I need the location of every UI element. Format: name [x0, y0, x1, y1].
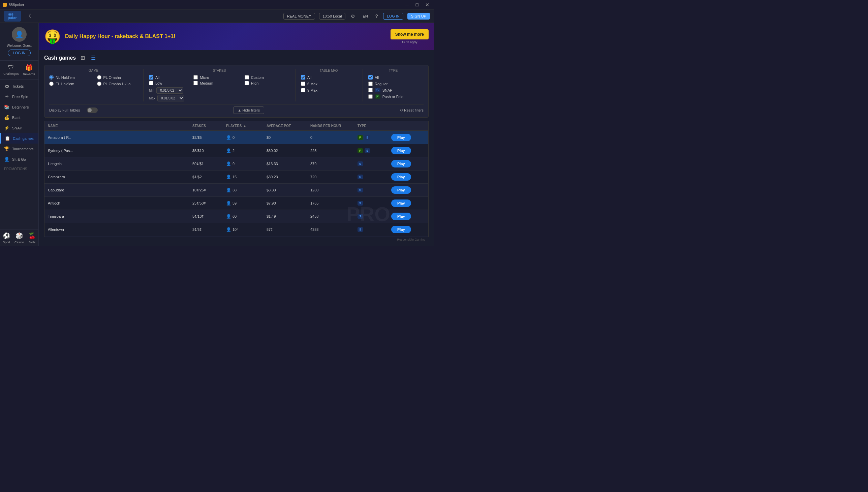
stakes-high[interactable]: High	[245, 81, 290, 85]
play-button[interactable]: Play	[391, 173, 411, 181]
cell-players: 👤 38	[226, 188, 267, 192]
cell-avg-pot: $60.02	[267, 149, 310, 153]
type-all[interactable]: All	[368, 75, 418, 79]
game-option-nl-holdem[interactable]: NL Hold'em	[49, 75, 90, 79]
login-button[interactable]: LOG IN	[383, 13, 403, 20]
snap-icon: ⚡	[4, 125, 9, 130]
sidebar-item-sitandgo[interactable]: 👤 Sit & Go	[0, 154, 39, 165]
grid-view-button[interactable]: ⊞	[79, 54, 86, 62]
tab-casino[interactable]: 🎲 Casino	[13, 229, 26, 246]
stakes-all[interactable]: All	[149, 75, 188, 79]
responsible-gaming-label: Responsible Gaming	[44, 237, 429, 242]
time-display[interactable]: 18:50 Local	[319, 13, 346, 20]
game-option-pl-omaha-hilo[interactable]: PL Omaha Hi/Lo	[97, 81, 138, 86]
show-more-button[interactable]: Show me more	[391, 29, 429, 40]
player-count: 0	[232, 136, 234, 140]
tab-sport[interactable]: ⚽ Sport	[0, 229, 13, 246]
stakes-min-select[interactable]: 0.01/0.02	[156, 87, 183, 94]
table-row[interactable]: Cabudare 10¢/25¢ 👤 38 $3.33 1280 S Play	[45, 184, 428, 197]
cell-type: PS	[357, 148, 391, 153]
top-navigation: 888poker 《 REAL MONEY 18:50 Local ⚙ EN ?…	[0, 9, 434, 23]
sidebar-item-snap[interactable]: ⚡ SNAP	[0, 123, 39, 133]
sidebar-item-blast[interactable]: 💰 Blast	[0, 112, 39, 123]
sidebar-label-tournaments: Tournaments	[12, 147, 34, 151]
promotions-section-label: Promotions	[0, 165, 39, 172]
game-filter-label: GAME	[49, 69, 138, 72]
rewards-icon-item[interactable]: 🎁 Rewards	[23, 64, 35, 76]
table-max-checkbox-group: All 6 Max 9 Max	[301, 75, 357, 92]
list-view-button[interactable]: ☰	[90, 54, 97, 62]
type-snap[interactable]: S SNAP	[368, 88, 418, 92]
sport-label: Sport	[3, 241, 10, 244]
tab-slots[interactable]: 🍒 Slots	[26, 229, 39, 246]
play-button[interactable]: Play	[391, 213, 411, 220]
display-full-toggle[interactable]	[87, 107, 98, 113]
play-button[interactable]: Play	[391, 134, 411, 141]
beginners-icon: 📚	[4, 104, 9, 109]
close-button[interactable]: ✕	[423, 1, 431, 8]
type-regular[interactable]: Regular	[368, 81, 418, 86]
hide-filters-button[interactable]: ▲ Hide filters	[233, 106, 264, 114]
sidebar-label-sitandgo: Sit & Go	[12, 157, 26, 162]
banner-title-highlight: rakeback & BLAST 1+1!	[115, 33, 176, 39]
tmax-all[interactable]: All	[301, 75, 357, 79]
sidebar-item-freespin[interactable]: ✳ Free Spin	[0, 91, 39, 102]
app-container: 888poker 《 REAL MONEY 18:50 Local ⚙ EN ?…	[0, 9, 434, 246]
player-count-icon: 👤	[226, 201, 231, 205]
play-button[interactable]: Play	[391, 186, 411, 194]
tmax-6max[interactable]: 6 Max	[301, 81, 357, 86]
sidebar-item-cashgames[interactable]: 📋 Cash games	[0, 133, 39, 144]
play-button[interactable]: Play	[391, 147, 411, 154]
cell-players: 👤 9	[226, 162, 267, 166]
type-push-or-fold[interactable]: P Push or Fold	[368, 94, 418, 99]
table-row[interactable]: Allentown 2¢/5¢ 👤 104 57¢ 4388 S Play	[45, 223, 428, 236]
table-row[interactable]: Hengelo 50¢/$1 👤 9 $13.33 379 S Play	[45, 157, 428, 171]
cell-stakes: 50¢/$1	[192, 162, 226, 166]
table-row[interactable]: Catanzaro $1/$2 👤 15 $39.23 720 S Play	[45, 171, 428, 184]
help-icon[interactable]: ?	[374, 12, 379, 20]
stakes-custom[interactable]: Custom	[245, 75, 290, 79]
table-row[interactable]: Amadora ( P... $2/$5 👤 0 $0 0 PS Play	[45, 131, 428, 144]
stakes-max-select[interactable]: 0.01/0.02	[157, 95, 184, 101]
sidebar-item-tickets[interactable]: 🎟 Tickets	[0, 81, 39, 91]
tmax-9max[interactable]: 9 Max	[301, 88, 357, 92]
filters-panel: GAME NL Hold'em PL Omaha	[44, 65, 429, 118]
game-option-fl-holdem[interactable]: FL Hold'em	[49, 81, 90, 86]
banner-character-icon: 🤑	[44, 29, 61, 45]
stakes-medium[interactable]: Medium	[193, 81, 239, 85]
sidebar-label-tickets: Tickets	[12, 84, 24, 88]
collapse-sidebar-button[interactable]: 《	[25, 12, 32, 21]
sidebar-item-tournaments[interactable]: 🏆 Tournaments	[0, 144, 39, 154]
signup-button[interactable]: SIGN UP	[407, 13, 430, 20]
minimize-button[interactable]: ─	[404, 1, 411, 8]
play-button[interactable]: Play	[391, 199, 411, 207]
th-players[interactable]: PLAYERS ▲	[226, 124, 267, 128]
settings-icon[interactable]: ⚙	[349, 12, 356, 20]
real-money-dropdown[interactable]: REAL MONEY	[283, 13, 315, 20]
welcome-text: Welcome, Guest	[7, 44, 32, 48]
play-button[interactable]: Play	[391, 226, 411, 233]
language-selector[interactable]: EN	[361, 13, 370, 20]
promo-banner: 🤑 Daily Happy Hour - rakeback & BLAST 1+…	[39, 23, 434, 50]
stakes-filter-label: STAKES	[149, 69, 290, 72]
th-stakes: STAKES	[192, 124, 226, 128]
cell-action: Play	[391, 173, 425, 181]
challenges-icon-item[interactable]: 🛡 Challenges	[3, 64, 19, 76]
player-count: 59	[232, 201, 237, 205]
stakes-low[interactable]: Low	[149, 81, 188, 85]
play-button[interactable]: Play	[391, 160, 411, 168]
cell-hands: 2458	[310, 214, 357, 218]
cell-action: Play	[391, 226, 425, 233]
reset-filters-button[interactable]: ↺ Reset filters	[400, 108, 424, 113]
cell-avg-pot: $7.90	[267, 201, 310, 205]
cell-avg-pot: $1.49	[267, 214, 310, 218]
type-filter-section: TYPE All Regular	[363, 69, 424, 101]
sidebar-item-beginners[interactable]: 📚 Beginners	[0, 102, 39, 112]
table-row[interactable]: Antioch 25¢/50¢ 👤 59 $7.90 1765 S Play	[45, 197, 428, 210]
stakes-micro[interactable]: Micro	[193, 75, 239, 79]
table-row[interactable]: Timisoara 5¢/10¢ 👤 60 $1.49 2458 S Play	[45, 210, 428, 223]
game-option-pl-omaha[interactable]: PL Omaha	[97, 75, 138, 79]
table-row[interactable]: Sydney ( Pus... $5/$10 👤 2 $60.02 225 PS…	[45, 144, 428, 157]
maximize-button[interactable]: □	[414, 1, 421, 8]
sidebar-login-button[interactable]: LOG IN	[8, 50, 30, 56]
